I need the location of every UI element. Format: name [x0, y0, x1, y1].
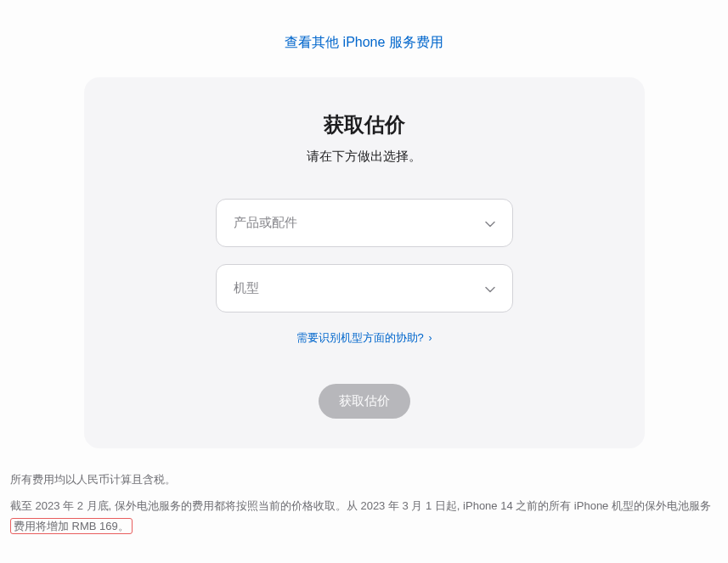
model-select[interactable]: 机型	[216, 264, 513, 312]
chevron-down-icon	[485, 217, 495, 230]
estimate-card: 获取估价 请在下方做出选择。 产品或配件 机型 需要识别机型方面的协助? › 获…	[84, 77, 645, 448]
chevron-down-icon	[485, 282, 495, 296]
help-link-container: 需要识别机型方面的协助? ›	[127, 329, 602, 346]
other-service-fees-link[interactable]: 查看其他 iPhone 服务费用	[285, 35, 443, 49]
identify-model-help-link[interactable]: 需要识别机型方面的协助? ›	[296, 331, 432, 344]
chevron-right-icon: ›	[428, 332, 432, 344]
card-subtitle: 请在下方做出选择。	[127, 149, 602, 165]
footer-line-1: 所有费用均以人民币计算且含税。	[10, 470, 718, 489]
get-estimate-button[interactable]: 获取估价	[319, 384, 410, 419]
top-link-container: 查看其他 iPhone 服务费用	[8, 0, 720, 77]
footer-line-2-text: 截至 2023 年 2 月底, 保外电池服务的费用都将按照当前的价格收取。从 2…	[10, 499, 711, 512]
product-select-placeholder: 产品或配件	[234, 215, 297, 231]
model-select-placeholder: 机型	[234, 280, 259, 296]
product-select[interactable]: 产品或配件	[216, 199, 513, 247]
footer-notes: 所有费用均以人民币计算且含税。 截至 2023 年 2 月底, 保外电池服务的费…	[10, 470, 718, 536]
card-title: 获取估价	[127, 111, 602, 138]
footer-line-2: 截至 2023 年 2 月底, 保外电池服务的费用都将按照当前的价格收取。从 2…	[10, 496, 718, 536]
price-increase-highlight: 费用将增加 RMB 169。	[10, 518, 133, 534]
help-link-text: 需要识别机型方面的协助?	[296, 331, 424, 344]
